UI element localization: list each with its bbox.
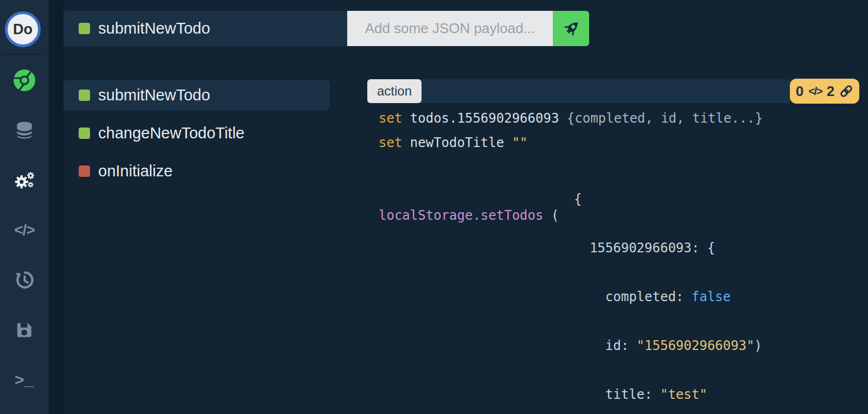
sidebar-item-chrome[interactable] bbox=[0, 64, 49, 97]
logo-divider bbox=[4, 54, 44, 55]
mutation-row[interactable]: set todos.1556902966093 {completed, id, … bbox=[379, 110, 763, 126]
sidebar-item-database[interactable] bbox=[0, 114, 49, 147]
sidebar: Do bbox=[0, 0, 49, 414]
action-list-label: submitNewTodo bbox=[98, 86, 210, 104]
dispatch-action-name: submitNewTodo bbox=[98, 20, 210, 37]
gears-icon bbox=[12, 168, 37, 193]
mutation-row[interactable]: set newTodoTitle "" bbox=[379, 135, 528, 151]
app-root: Do bbox=[0, 0, 868, 414]
save-icon bbox=[15, 320, 34, 340]
action-list-item[interactable]: onInitialize bbox=[63, 156, 330, 186]
run-action-button[interactable] bbox=[553, 11, 589, 46]
sidebar-item-history[interactable] bbox=[0, 264, 49, 296]
action-list-item[interactable]: changeNewTodoTitle bbox=[63, 118, 330, 148]
status-square bbox=[79, 128, 90, 139]
effect-name[interactable]: localStorage.setTodos ( bbox=[379, 207, 559, 224]
chrome-icon bbox=[12, 68, 36, 92]
tab-action[interactable]: action bbox=[367, 79, 422, 103]
dispatch-action-pill: submitNewTodo bbox=[63, 11, 347, 46]
history-icon bbox=[14, 269, 35, 291]
effect-arg-json: { 1556902966093: { completed: false id: … bbox=[574, 158, 762, 414]
json-line: title: "test" bbox=[574, 386, 762, 403]
action-list-label: changeNewTodoTitle bbox=[98, 124, 245, 142]
sidebar-item-terminal[interactable]: >_ bbox=[0, 364, 49, 396]
chain-link-icon bbox=[839, 84, 853, 98]
database-icon bbox=[14, 120, 35, 141]
sidebar-item-code[interactable]: </> bbox=[0, 214, 49, 246]
do-logo[interactable]: Do bbox=[5, 11, 41, 47]
shadow-region bbox=[257, 255, 513, 414]
json-line: 1556902966093: { bbox=[574, 240, 762, 256]
link-count: 2 bbox=[827, 83, 834, 100]
json-line: { bbox=[574, 191, 762, 207]
code-icon: </> bbox=[14, 221, 34, 239]
status-square bbox=[79, 165, 90, 177]
sidebar-item-settings[interactable] bbox=[0, 164, 49, 196]
json-line: id: "1556902966093") bbox=[574, 337, 762, 354]
code-icon: </> bbox=[808, 85, 821, 98]
action-list-item[interactable]: submitNewTodo bbox=[63, 80, 330, 110]
stats-badge[interactable]: 0 </> 2 bbox=[790, 79, 859, 104]
code-count: 0 bbox=[796, 83, 803, 100]
payload-input[interactable] bbox=[347, 11, 553, 46]
status-square bbox=[79, 23, 90, 34]
json-line: completed: false bbox=[574, 289, 762, 305]
detail-header-bar: action bbox=[367, 79, 790, 103]
terminal-icon: >_ bbox=[15, 371, 34, 389]
sidebar-edge-strip bbox=[49, 0, 63, 414]
status-square bbox=[79, 90, 90, 101]
sidebar-item-save[interactable] bbox=[0, 314, 49, 346]
action-list-label: onInitialize bbox=[98, 162, 173, 180]
rocket-icon bbox=[561, 18, 582, 39]
